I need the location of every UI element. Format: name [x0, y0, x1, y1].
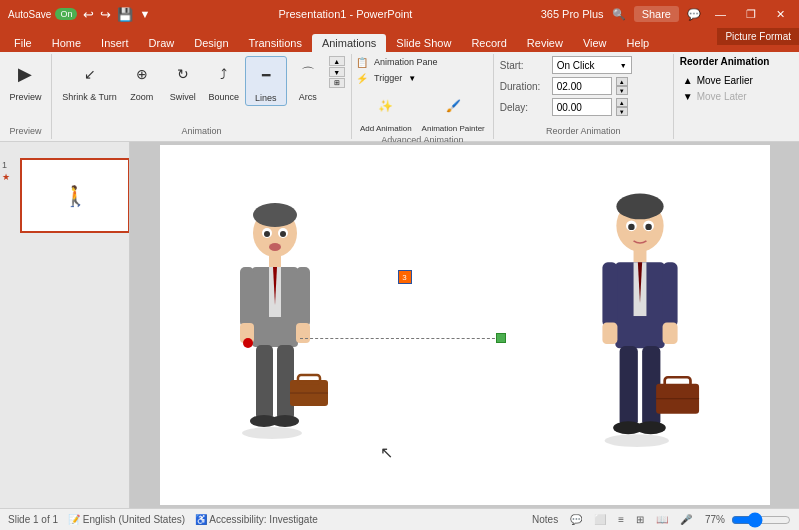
anim-arcs[interactable]: ⌒ Arcs [288, 56, 328, 104]
main-area: 1 ★ 🚶 1 2 3 [0, 142, 799, 508]
tab-home[interactable]: Home [42, 34, 91, 52]
start-dropdown[interactable]: On Click ▼ [552, 56, 632, 74]
tab-view[interactable]: View [573, 34, 617, 52]
notes-button[interactable]: Notes [529, 513, 561, 526]
advanced-animation-group: 📋 Animation Pane ⚡ Trigger ▼ ✨ Add Anima… [352, 54, 494, 139]
delay-up[interactable]: ▲ [616, 98, 628, 107]
advanced-animation-content: 📋 Animation Pane ⚡ Trigger ▼ ✨ Add Anima… [356, 56, 489, 135]
spell-check-icon[interactable]: 📝 [68, 514, 80, 525]
comments-button[interactable]: 💬 [567, 513, 585, 526]
add-animation-button[interactable]: ✨ Add Animation [356, 88, 416, 135]
anim-lines[interactable]: ━ Lines [245, 56, 287, 106]
user-label: 365 Pro Plus [541, 8, 604, 20]
minimize-button[interactable]: — [709, 6, 732, 22]
animation-pane-row: 📋 Animation Pane [356, 56, 442, 68]
delay-down[interactable]: ▼ [616, 107, 628, 116]
anim-more[interactable]: ⊞ [329, 78, 345, 88]
tab-slideshow[interactable]: Slide Show [386, 34, 461, 52]
tab-record[interactable]: Record [461, 34, 516, 52]
comments-icon[interactable]: 💬 [687, 8, 701, 21]
accessibility-label[interactable]: ♿ Accessibility: Investigate [195, 514, 318, 525]
slide-number: 1 [2, 160, 7, 170]
view-normal-icon[interactable]: ⬜ [591, 513, 609, 526]
slide-inner[interactable]: 1 2 3 [160, 145, 770, 505]
zoom-icon: ⊕ [126, 58, 158, 90]
share-button[interactable]: Share [634, 6, 679, 22]
delay-label: Delay: [500, 102, 548, 113]
animation-painter-button[interactable]: 🖌️ Animation Painter [418, 88, 489, 135]
view-reading-icon[interactable]: 📖 [653, 513, 671, 526]
bounce-icon: ⤴ [208, 58, 240, 90]
add-painter-row: ✨ Add Animation 🖌️ Animation Painter [356, 88, 489, 135]
duration-spinner: ▲ ▼ [616, 77, 628, 95]
autosave-toggle[interactable]: On [55, 8, 77, 20]
zoom-slider[interactable] [731, 514, 791, 526]
status-left: Slide 1 of 1 📝 English (United States) ♿… [8, 514, 318, 525]
duration-input[interactable]: 02.00 [552, 77, 612, 95]
anim-scroll-down[interactable]: ▼ [329, 67, 345, 77]
trigger-dropdown-icon[interactable]: ▼ [408, 74, 416, 83]
title-bar: AutoSave On ↩ ↪ 💾 ▼ Presentation1 - Powe… [0, 0, 799, 28]
trigger-button[interactable]: Trigger [370, 72, 406, 84]
close-button[interactable]: ✕ [770, 6, 791, 23]
view-slide-sorter-icon[interactable]: ⊞ [633, 513, 647, 526]
duration-up[interactable]: ▲ [616, 77, 628, 86]
animation-pane-button[interactable]: Animation Pane [370, 56, 442, 68]
preview-icon: ▶ [9, 58, 41, 90]
delay-row: Delay: 00.00 ▲ ▼ [500, 98, 667, 116]
svg-rect-15 [256, 345, 273, 420]
tab-animations[interactable]: Animations [312, 34, 386, 52]
duration-row: Duration: 02.00 ▲ ▼ [500, 77, 667, 95]
search-icon[interactable]: 🔍 [612, 8, 626, 21]
svg-rect-14 [296, 323, 310, 343]
move-later-button[interactable]: ▼ Move Later [680, 90, 778, 103]
anim-scroll-up[interactable]: ▲ [329, 56, 345, 66]
svg-point-29 [645, 224, 651, 230]
person-right [570, 185, 710, 475]
slide-canvas: 1 2 3 [130, 142, 799, 508]
restore-button[interactable]: ❐ [740, 6, 762, 23]
title-bar-right: 365 Pro Plus 🔍 Share 💬 — ❐ ✕ [541, 6, 791, 23]
title-bar-left: AutoSave On ↩ ↪ 💾 ▼ [8, 7, 150, 22]
slide-thumbnail[interactable]: 🚶 [20, 158, 130, 233]
customize-icon[interactable]: ▼ [139, 8, 150, 20]
move-later-icon: ▼ [683, 91, 693, 102]
svg-point-4 [264, 231, 270, 237]
start-dropdown-icon: ▼ [620, 62, 627, 69]
tab-review[interactable]: Review [517, 34, 573, 52]
arcs-icon: ⌒ [292, 58, 324, 90]
path-end-handle [496, 333, 506, 343]
undo-icon[interactable]: ↩ [83, 7, 94, 22]
ribbon-content: ▶ Preview Preview ↙ Shrink & Turn ⊕ Zoom… [0, 52, 799, 142]
anim-swivel[interactable]: ↻ Swivel [163, 56, 203, 104]
anim-shrink-turn[interactable]: ↙ Shrink & Turn [58, 56, 121, 104]
anim-bounce[interactable]: ⤴ Bounce [204, 56, 244, 104]
tab-insert[interactable]: Insert [91, 34, 139, 52]
tab-transitions[interactable]: Transitions [239, 34, 312, 52]
move-earlier-button[interactable]: ▲ Move Earlier [680, 74, 778, 87]
svg-rect-36 [662, 262, 677, 326]
view-outline-icon[interactable]: ≡ [615, 513, 627, 526]
cursor-indicator: ↖ [380, 443, 393, 462]
svg-point-1 [253, 203, 297, 227]
accessibility-icon: ♿ [195, 514, 207, 525]
tab-draw[interactable]: Draw [139, 34, 185, 52]
delay-input[interactable]: 00.00 [552, 98, 612, 116]
redo-icon[interactable]: ↪ [100, 7, 111, 22]
motion-path-line [300, 338, 500, 339]
tab-help[interactable]: Help [617, 34, 660, 52]
anim-zoom[interactable]: ⊕ Zoom [122, 56, 162, 104]
view-presenter-icon[interactable]: 🎤 [677, 513, 695, 526]
tab-picture-format[interactable]: Picture Format [717, 28, 799, 45]
start-value: On Click [557, 60, 595, 71]
preview-button[interactable]: ▶ Preview [5, 56, 45, 104]
duration-down[interactable]: ▼ [616, 86, 628, 95]
save-icon[interactable]: 💾 [117, 7, 133, 22]
tab-design[interactable]: Design [184, 34, 238, 52]
svg-rect-7 [269, 253, 281, 267]
slide-info: Slide 1 of 1 [8, 514, 58, 525]
anim-badge-3: 3 [398, 270, 412, 284]
move-earlier-icon: ▲ [683, 75, 693, 86]
tab-file[interactable]: File [4, 34, 42, 52]
autosave-label: AutoSave [8, 9, 51, 20]
